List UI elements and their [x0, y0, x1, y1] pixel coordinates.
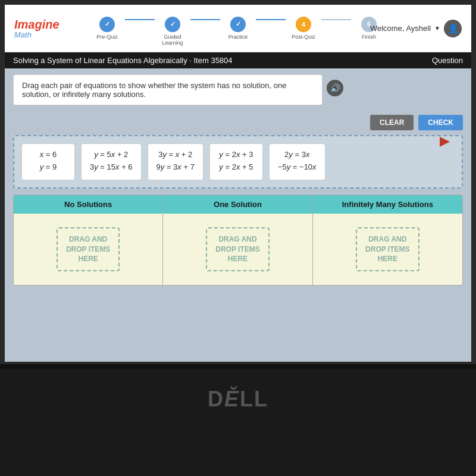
- question-bar: Solving a System of Linear Equations Alg…: [5, 52, 471, 68]
- drop-col-one-solution: One Solution DRAG ANDDROP ITEMSHERE: [163, 195, 312, 285]
- drop-col-body-one-solution[interactable]: DRAG ANDDROP ITEMSHERE: [163, 214, 312, 285]
- step-circle-pre-quiz: ✓: [99, 17, 115, 32]
- step-practice: ✓ Practice: [220, 17, 256, 40]
- eq4-line2: y = 2x + 5: [218, 161, 254, 174]
- question-title: Solving a System of Linear Equations Alg…: [13, 56, 233, 65]
- drop-col-infinitely-many: Infinitely Many Solutions DRAG ANDDROP I…: [313, 195, 462, 285]
- equation-card-4[interactable]: y = 2x + 3 y = 2x + 5: [209, 143, 263, 180]
- question-number: Question: [432, 56, 463, 65]
- drop-zones: No Solutions DRAG ANDDROP ITEMSHERE One …: [13, 195, 463, 286]
- connector-1: [125, 17, 155, 24]
- red-arrow-icon: ▶: [440, 133, 450, 149]
- drop-hint-one-solution: DRAG ANDDROP ITEMSHERE: [206, 227, 269, 271]
- eq4-line1: y = 2x + 3: [218, 149, 254, 161]
- welcome-text: Welcome, Ayshell: [370, 24, 431, 33]
- equation-card-2[interactable]: y = 5x + 2 3y = 15x + 6: [81, 143, 142, 180]
- screen-content: Imagine Math ✓ Pre-Quiz: [5, 5, 471, 362]
- drop-col-header-no-solutions: No Solutions: [14, 195, 163, 214]
- eq1-line2: y = 9: [30, 161, 66, 174]
- connector-4: [321, 17, 351, 24]
- dropdown-arrow-icon[interactable]: ▼: [434, 25, 440, 32]
- equation-card-5[interactable]: 2y = 3x −5y = −10x: [269, 143, 325, 180]
- progress-area: ✓ Pre-Quiz ✓ GuidedLearning: [89, 17, 387, 47]
- eq5-line1: 2y = 3x: [278, 149, 317, 161]
- step-connector-1: [125, 19, 155, 20]
- top-nav: Imagine Math ✓ Pre-Quiz: [5, 5, 471, 52]
- drop-col-body-no-solutions[interactable]: DRAG ANDDROP ITEMSHERE: [14, 214, 163, 285]
- content-area: Drag each pair of equations to show whet…: [5, 68, 471, 362]
- step-guided-learning: ✓ GuidedLearning: [155, 17, 190, 47]
- connector-3: [256, 17, 286, 24]
- step-pre-quiz: ✓ Pre-Quiz: [89, 17, 125, 40]
- drop-hint-no-solutions: DRAG ANDDROP ITEMSHERE: [57, 227, 120, 271]
- welcome-area: Welcome, Ayshell ▼ 👤: [370, 20, 462, 37]
- eq3-line1: 3y = x + 2: [156, 149, 195, 161]
- steps-row: ✓ Pre-Quiz ✓ GuidedLearning: [89, 17, 387, 47]
- logo-imagine: Imagine: [14, 18, 60, 30]
- drag-source-area[interactable]: ▶ x = 6 y = 9 y = 5x + 2 3y = 15x + 6 3y…: [13, 135, 463, 189]
- eq2-line1: y = 5x + 2: [90, 149, 133, 161]
- bottom-stand: DĚLL: [0, 369, 476, 476]
- drop-col-body-infinitely-many[interactable]: DRAG ANDDROP ITEMSHERE: [313, 214, 462, 285]
- step-label-pre-quiz: Pre-Quiz: [89, 34, 125, 40]
- logo-math: Math: [14, 30, 60, 39]
- instruction-box: Drag each pair of equations to show whet…: [13, 74, 322, 105]
- connector-2: [190, 17, 220, 24]
- step-connector-3: [256, 19, 286, 20]
- check-button[interactable]: CHECK: [418, 115, 463, 130]
- step-connector-2: [190, 19, 220, 20]
- equation-card-1[interactable]: x = 6 y = 9: [21, 143, 75, 180]
- screen: Imagine Math ✓ Pre-Quiz: [5, 5, 471, 362]
- drop-col-header-infinitely-many: Infinitely Many Solutions: [313, 195, 462, 214]
- eq5-line2: −5y = −10x: [278, 161, 317, 174]
- monitor-bezel: Imagine Math ✓ Pre-Quiz: [0, 0, 476, 369]
- step-circle-guided: ✓: [165, 17, 180, 32]
- instruction-row: Drag each pair of equations to show whet…: [13, 74, 463, 110]
- clear-button[interactable]: CLEAR: [370, 115, 414, 130]
- instruction-text: Drag each pair of equations to show whet…: [22, 81, 286, 99]
- eq2-line2: 3y = 15x + 6: [90, 161, 133, 174]
- drop-col-header-one-solution: One Solution: [163, 195, 312, 214]
- step-label-post-quiz: Post-Quiz: [286, 34, 321, 40]
- step-circle-practice: ✓: [230, 17, 246, 32]
- drop-hint-infinitely-many: DRAG ANDDROP ITEMSHERE: [356, 227, 419, 271]
- dell-logo: DĚLL: [208, 387, 268, 412]
- dell-e: Ě: [224, 387, 240, 411]
- logo-area: Imagine Math: [14, 18, 60, 39]
- equation-card-3[interactable]: 3y = x + 2 9y = 3x + 7: [148, 143, 203, 180]
- step-connector-4: [321, 19, 351, 20]
- step-label-practice: Practice: [220, 34, 256, 40]
- step-post-quiz: 4 Post-Quiz: [286, 17, 321, 40]
- audio-button[interactable]: 🔊: [327, 80, 343, 96]
- user-avatar: 👤: [444, 20, 462, 37]
- eq3-line2: 9y = 3x + 7: [156, 161, 195, 174]
- eq1-line1: x = 6: [30, 149, 66, 161]
- step-circle-post-quiz: 4: [296, 17, 311, 32]
- step-label-guided: GuidedLearning: [155, 34, 190, 47]
- action-buttons: CLEAR CHECK: [13, 115, 463, 130]
- drop-col-no-solutions: No Solutions DRAG ANDDROP ITEMSHERE: [14, 195, 163, 285]
